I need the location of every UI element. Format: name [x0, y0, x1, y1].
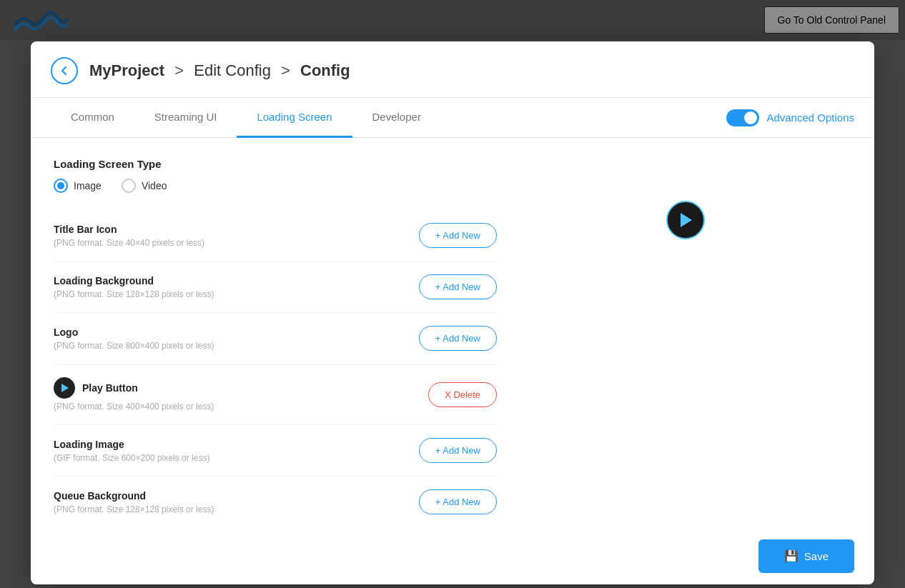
- play-btn-delete-btn[interactable]: X Delete: [428, 382, 497, 407]
- row-play-button: Play Button (PNG format. Size 400×400 pi…: [54, 364, 497, 425]
- logo-label-group: Logo (PNG format. Size 800×400 pixels or…: [54, 327, 214, 351]
- save-button[interactable]: 💾 Save: [758, 539, 854, 573]
- modal-dialog: MyProject > Edit Config > Config Common …: [31, 41, 874, 584]
- radio-image[interactable]: Image: [54, 179, 102, 193]
- queue-bg-label-group: Queue Background (PNG format. Size 128×1…: [54, 490, 214, 514]
- radio-video[interactable]: Video: [122, 179, 167, 193]
- loading-img-add-btn[interactable]: + Add New: [419, 438, 497, 463]
- back-button[interactable]: [51, 57, 78, 84]
- left-panel: Loading Screen Type Image Video Title Ba…: [54, 158, 497, 527]
- svg-marker-0: [61, 384, 69, 392]
- queue-bg-add-btn[interactable]: + Add New: [419, 489, 497, 514]
- modal-body: Loading Screen Type Image Video Title Ba…: [31, 138, 874, 547]
- advanced-options-toggle[interactable]: Advanced Options: [726, 109, 854, 126]
- loading-bg-add-btn[interactable]: + Add New: [419, 274, 497, 299]
- title-bar-icon-add-btn[interactable]: + Add New: [419, 223, 497, 248]
- radio-video-circle: [122, 179, 136, 193]
- loading-img-title: Loading Image: [54, 439, 209, 450]
- modal-footer: 💾 Save: [738, 528, 874, 584]
- loading-img-label-group: Loading Image (GIF format. Size 600×200 …: [54, 439, 209, 463]
- tab-loading-screen[interactable]: Loading Screen: [237, 98, 352, 138]
- play-btn-sub: (PNG format. Size 400×400 pixels or less…: [54, 402, 214, 412]
- tabs-container: Common Streaming UI Loading Screen Devel…: [51, 98, 441, 137]
- play-btn-label-group: Play Button (PNG format. Size 400×400 pi…: [54, 377, 214, 412]
- row-title-bar-icon: Title Bar Icon (PNG format. Size 40×40 p…: [54, 210, 497, 261]
- radio-image-label: Image: [74, 180, 102, 191]
- right-panel: [520, 158, 851, 527]
- title-bar-icon-title: Title Bar Icon: [54, 224, 204, 235]
- tabs-row: Common Streaming UI Loading Screen Devel…: [31, 98, 874, 138]
- svg-marker-1: [681, 213, 692, 227]
- row-logo: Logo (PNG format. Size 800×400 pixels or…: [54, 313, 497, 364]
- tab-developer[interactable]: Developer: [352, 98, 441, 138]
- logo-add-btn[interactable]: + Add New: [419, 326, 497, 351]
- tab-common[interactable]: Common: [51, 98, 134, 138]
- row-loading-image: Loading Image (GIF format. Size 600×200 …: [54, 425, 497, 477]
- title-bar-icon-sub: (PNG format. Size 40×40 pixels or less): [54, 238, 204, 248]
- radio-image-circle: [54, 179, 68, 193]
- loading-img-sub: (GIF format. Size 600×200 pixels or less…: [54, 453, 209, 463]
- play-btn-title: Play Button: [54, 377, 214, 399]
- advanced-options-label: Advanced Options: [766, 111, 854, 124]
- title-bar-icon-label-group: Title Bar Icon (PNG format. Size 40×40 p…: [54, 224, 204, 248]
- breadcrumb-sep1: >: [174, 61, 184, 79]
- play-btn-title-text: Play Button: [82, 382, 138, 394]
- loading-screen-type-group: Image Video: [54, 179, 497, 193]
- loading-bg-sub: (PNG format. Size 128×128 pixels or less…: [54, 289, 214, 299]
- play-button-thumbnail: [54, 377, 75, 399]
- advanced-options-switch[interactable]: [726, 109, 759, 126]
- save-label: Save: [804, 550, 829, 562]
- save-icon: 💾: [784, 549, 798, 563]
- breadcrumb-project: MyProject: [89, 61, 164, 79]
- queue-bg-title: Queue Background: [54, 490, 214, 502]
- modal-header: MyProject > Edit Config > Config: [31, 41, 874, 98]
- logo-title: Logo: [54, 327, 214, 338]
- loading-bg-title: Loading Background: [54, 275, 214, 286]
- breadcrumb-edit-config: Edit Config: [194, 61, 271, 79]
- row-queue-background: Queue Background (PNG format. Size 128×1…: [54, 477, 497, 527]
- tab-streaming-ui[interactable]: Streaming UI: [134, 98, 237, 138]
- play-button-preview: [666, 201, 705, 239]
- radio-video-label: Video: [142, 180, 167, 191]
- loading-screen-type-title: Loading Screen Type: [54, 158, 497, 170]
- breadcrumb-config: Config: [300, 61, 350, 79]
- breadcrumb: MyProject > Edit Config > Config: [89, 61, 350, 80]
- breadcrumb-sep2: >: [281, 61, 290, 79]
- loading-bg-label-group: Loading Background (PNG format. Size 128…: [54, 275, 214, 299]
- queue-bg-sub: (PNG format. Size 128×128 pixels or less…: [54, 504, 214, 514]
- row-loading-background: Loading Background (PNG format. Size 128…: [54, 261, 497, 313]
- logo-sub: (PNG format. Size 800×400 pixels or less…: [54, 341, 214, 351]
